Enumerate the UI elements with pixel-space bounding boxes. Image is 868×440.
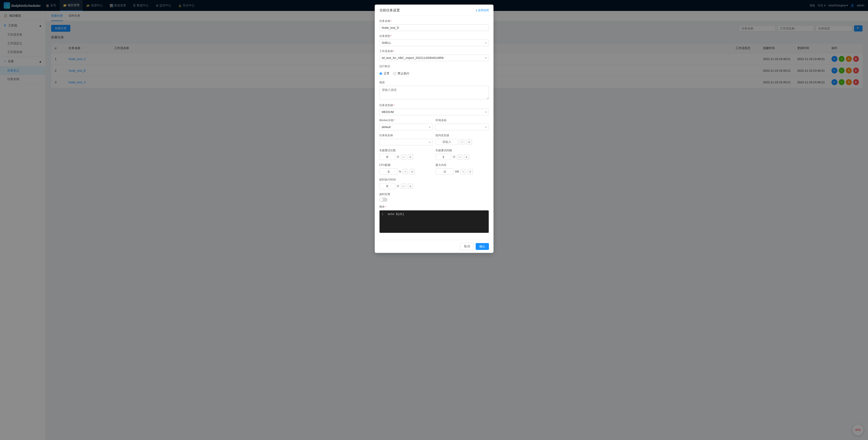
priority-select-wrapper: MEDIUM [379, 109, 489, 115]
run-flag-radio-group: 正常 禁止执行 [379, 70, 489, 77]
max-memory-increment-button[interactable]: + [467, 169, 473, 174]
form-row-worker-env: Worker分组 * default 环境名称 [379, 119, 489, 134]
run-flag-forbid-radio[interactable]: 禁止执行 [393, 71, 409, 75]
form-item-timeout-alert: 超时告警 [379, 192, 489, 202]
worker-group-select[interactable]: default [379, 124, 433, 130]
cancel-button[interactable]: 取消 [460, 243, 474, 250]
workflow-name-select-wrapper: wf_test_for_ABC_import_20221120004014956 [379, 55, 489, 61]
script-label: 脚本 * [379, 205, 489, 209]
cpu-quota-input[interactable] [379, 168, 398, 175]
modal-footer: 取消 确认 [375, 240, 494, 253]
retry-interval-increment-button[interactable]: + [464, 154, 469, 160]
worker-group-select-wrapper: default [379, 124, 433, 130]
retry-times-unit: 次 [397, 155, 399, 159]
delay-time-increment-button[interactable]: + [408, 183, 413, 189]
max-memory-decrement-button[interactable]: − [461, 169, 466, 174]
task-type-select[interactable]: SHELL [379, 39, 489, 46]
form-row-group-priority: 任务组名称 组内优先级 − + [379, 134, 489, 148]
retry-times-label: 失败重试次数 [379, 148, 433, 153]
form-item-task-name: 任务名称 * [379, 19, 489, 31]
task-name-label: 任务名称 * [379, 19, 489, 23]
retry-interval-input[interactable] [435, 154, 452, 160]
retry-times-input-group: 次 − + [379, 154, 433, 160]
retry-times-increment-button[interactable]: + [408, 154, 413, 160]
env-name-label: 环境名称 [435, 119, 489, 122]
group-priority-increment-button[interactable]: + [467, 139, 472, 145]
group-priority-input[interactable] [435, 139, 458, 145]
cpu-quota-increment-button[interactable]: + [409, 169, 415, 174]
env-name-select[interactable] [435, 124, 489, 130]
task-group-select[interactable] [379, 139, 433, 145]
modal-title: 当前任务设置 [379, 8, 400, 12]
form-item-max-memory: 最大内存 MB − + [435, 163, 489, 175]
retry-times-decrement-button[interactable]: − [401, 154, 406, 160]
cpu-quota-input-group: % − + [379, 168, 433, 175]
confirm-button[interactable]: 确认 [476, 243, 489, 250]
retry-interval-unit: 分 [453, 155, 456, 159]
cpu-quota-decrement-button[interactable]: − [403, 169, 408, 174]
max-memory-unit: MB [455, 170, 459, 173]
workflow-name-label: 工作流名称 * [379, 49, 489, 53]
modal-body: 任务名称 * 任务类型 * SHELL [375, 15, 494, 240]
max-memory-label: 最大内存 [435, 163, 489, 167]
priority-select[interactable]: MEDIUM [379, 109, 489, 115]
delay-time-decrement-button[interactable]: − [401, 183, 406, 189]
cpu-quota-unit: % [399, 170, 401, 173]
retry-times-input[interactable] [379, 154, 395, 160]
help-icon: ℹ [476, 9, 477, 12]
retry-interval-decrement-button[interactable]: − [457, 154, 462, 160]
form-item-description: 描述 [379, 80, 489, 100]
description-label: 描述 [379, 80, 489, 84]
form-item-retry-interval: 失败重试间隔 分 − + [435, 148, 489, 160]
task-type-select-wrapper: SHELL [379, 39, 489, 46]
form-item-cpu-quota: CPU配额 % − + [379, 163, 433, 175]
modal-header: 当前任务设置 ℹ 使用说明 [375, 5, 494, 15]
form-item-run-flag: 运行标志 正常 禁止执行 [379, 64, 489, 77]
modal-overlay: 当前任务设置 ℹ 使用说明 任务名称 * 任务类型 * [0, 0, 868, 440]
delay-time-input[interactable] [379, 183, 395, 189]
task-settings-modal: 当前任务设置 ℹ 使用说明 任务名称 * 任务类型 * [375, 5, 494, 253]
timeout-alert-toggle[interactable] [379, 198, 388, 202]
delay-time-input-group: 分 − + [379, 183, 489, 189]
delay-time-label: 延时执行时间 [379, 178, 489, 182]
script-content: echo ${dt} [388, 213, 404, 216]
script-required: * [385, 205, 386, 209]
retry-interval-input-group: 分 − + [435, 154, 489, 160]
priority-label: 任务优先级 * [379, 103, 489, 107]
form-item-group-priority: 组内优先级 − + [435, 134, 489, 145]
form-item-script: 脚本 * 1 echo ${dt} [379, 205, 489, 233]
form-item-retry-times: 失败重试次数 次 − + [379, 148, 433, 160]
form-row-retry: 失败重试次数 次 − + 失败重试间隔 分 − + [379, 148, 489, 163]
run-flag-normal-input[interactable] [379, 72, 382, 75]
worker-group-required: * [394, 119, 395, 122]
group-priority-input-group: − + [435, 139, 489, 145]
max-memory-input-group: MB − + [435, 168, 489, 175]
form-row-cpu-memory: CPU配额 % − + 最大内存 MB − + [379, 163, 489, 178]
form-item-priority: 任务优先级 * MEDIUM [379, 103, 489, 115]
retry-interval-label: 失败重试间隔 [435, 148, 489, 153]
form-item-delay-time: 延时执行时间 分 − + [379, 178, 489, 189]
run-flag-normal-radio[interactable]: 正常 [379, 71, 390, 75]
run-flag-label: 运行标志 [379, 64, 489, 68]
description-textarea[interactable] [379, 86, 489, 100]
delay-time-unit: 分 [397, 184, 399, 188]
modal-help-link[interactable]: ℹ 使用说明 [476, 8, 489, 12]
task-group-select-wrapper [379, 139, 433, 145]
script-editor[interactable]: 1 echo ${dt} [379, 210, 489, 233]
group-priority-label: 组内优先级 [435, 134, 489, 137]
priority-required: * [394, 104, 395, 107]
max-memory-input[interactable] [435, 168, 454, 175]
form-item-task-type: 任务类型 * SHELL [379, 34, 489, 46]
env-name-select-wrapper [435, 124, 489, 130]
workflow-name-select[interactable]: wf_test_for_ABC_import_20221120004014956 [379, 55, 489, 61]
group-priority-decrement-button[interactable]: − [460, 139, 465, 145]
worker-group-label: Worker分组 * [379, 119, 433, 122]
form-item-workflow-name: 工作流名称 * wf_test_for_ABC_import_202211200… [379, 49, 489, 61]
run-flag-forbid-input[interactable] [393, 72, 396, 75]
task-name-input[interactable] [379, 25, 489, 31]
timeout-alert-label: 超时告警 [379, 192, 489, 196]
task-group-label: 任务组名称 [379, 134, 433, 137]
workflow-name-required: * [394, 50, 395, 53]
task-type-required: * [391, 35, 392, 38]
form-item-env-name: 环境名称 [435, 119, 489, 130]
